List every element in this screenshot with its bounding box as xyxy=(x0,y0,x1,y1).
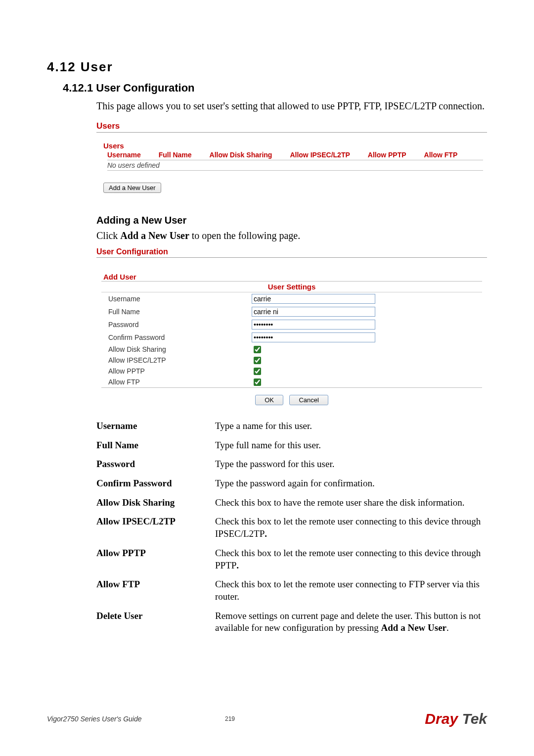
form-button-row: OK Cancel xyxy=(96,395,487,405)
section-number-title: 4.12 User xyxy=(47,59,487,75)
def-term: Allow Disk Sharing xyxy=(96,497,215,509)
subsection-title: 4.12.1 User Configuration xyxy=(63,82,487,94)
logo-part-b: Tek xyxy=(458,710,487,727)
footer-page-number: 219 xyxy=(225,715,235,722)
label-allow-disk: Allow Disk Sharing xyxy=(108,345,252,353)
text-bold: Add a New User xyxy=(120,230,189,241)
col-pptp: Allow PPTP xyxy=(368,151,406,159)
input-password[interactable] xyxy=(252,320,375,330)
label-fullname: Full Name xyxy=(108,308,252,316)
row-fullname: Full Name xyxy=(101,305,482,318)
text: to open the following page. xyxy=(189,230,300,241)
row-allow-ftp: Allow FTP xyxy=(101,377,482,387)
def-term: Username xyxy=(96,420,215,432)
def-desc: Check this box to let the remote user co… xyxy=(215,547,487,571)
def-row: Allow PPTP Check this box to let the rem… xyxy=(96,547,487,571)
def-term: Allow PPTP xyxy=(96,547,215,571)
text: Check this box to let the remote user co… xyxy=(215,548,481,570)
row-allow-disk: Allow Disk Sharing xyxy=(101,344,482,355)
def-term: Allow IPSEC/L2TP xyxy=(96,516,215,540)
input-fullname[interactable] xyxy=(252,307,375,317)
def-row: Delete User Remove settings on current p… xyxy=(96,610,487,634)
def-desc: Type a name for this user. xyxy=(215,420,487,432)
def-desc: Type the password for this user. xyxy=(215,458,487,471)
text-bold: Add a New User xyxy=(381,622,446,633)
def-desc: Remove settings on current page and dele… xyxy=(215,610,487,634)
checkbox-allow-ftp[interactable] xyxy=(254,378,261,386)
users-subtitle: Users xyxy=(103,142,487,150)
def-row: Allow IPSEC/L2TP Check this box to let t… xyxy=(96,516,487,540)
user-config-form-panel: User Configuration Add User User Setting… xyxy=(96,247,487,405)
text: Click xyxy=(96,230,120,241)
logo-part-a: Dray xyxy=(425,710,458,727)
col-ftp: Allow FTP xyxy=(424,151,458,159)
def-term: Allow FTP xyxy=(96,578,215,603)
label-username: Username xyxy=(108,295,252,303)
def-desc: Check this box to let the remote user co… xyxy=(215,516,487,540)
def-row: Full Name Type full name for this user. xyxy=(96,439,487,452)
checkbox-allow-ipsec[interactable] xyxy=(254,357,261,364)
page-footer: Vigor2750 Series User's Guide 219 Dray T… xyxy=(47,710,487,727)
add-user-label: Add User xyxy=(103,273,487,281)
draytek-logo: Dray Tek xyxy=(425,710,487,727)
def-row: Confirm Password Type the password again… xyxy=(96,477,487,490)
form-box: User Settings Username Full Name Passwor… xyxy=(101,281,482,388)
field-definitions: Username Type a name for this user. Full… xyxy=(96,420,487,634)
def-row: Allow FTP Check this box to let the remo… xyxy=(96,578,487,603)
users-panel-title: Users xyxy=(96,121,487,133)
text: . xyxy=(446,622,449,633)
checkbox-allow-disk[interactable] xyxy=(254,346,261,353)
footer-guide-title: Vigor2750 Series User's Guide xyxy=(47,715,142,723)
text: Check this box to let the remote user co… xyxy=(215,516,481,539)
users-header-row: Username Full Name Allow Disk Sharing Al… xyxy=(107,151,483,160)
adding-new-user-heading: Adding a New User xyxy=(96,215,487,226)
label-allow-ipsec: Allow IPSEC/L2TP xyxy=(108,356,252,364)
def-term: Password xyxy=(96,458,215,471)
def-term: Full Name xyxy=(96,439,215,452)
add-new-user-button[interactable]: Add a New User xyxy=(103,183,161,193)
row-username: Username xyxy=(101,292,482,305)
no-users-row: No users defined xyxy=(107,160,483,171)
def-term: Confirm Password xyxy=(96,477,215,490)
checkbox-allow-pptp[interactable] xyxy=(254,368,261,375)
row-password: Password xyxy=(101,318,482,331)
ok-button[interactable]: OK xyxy=(255,395,283,405)
user-settings-header: User Settings xyxy=(101,282,482,292)
col-disk: Allow Disk Sharing xyxy=(210,151,272,159)
input-confirm-password[interactable] xyxy=(252,332,375,342)
row-confirm-password: Confirm Password xyxy=(101,331,482,344)
label-confirm-password: Confirm Password xyxy=(108,333,252,341)
form-title: User Configuration xyxy=(96,247,487,258)
label-allow-pptp: Allow PPTP xyxy=(108,367,252,375)
col-username: Username xyxy=(107,151,141,159)
users-panel: Users Users Username Full Name Allow Dis… xyxy=(96,121,487,193)
def-desc: Check this box to let the remote user co… xyxy=(215,578,487,603)
intro-paragraph: This page allows you to set user's setti… xyxy=(96,99,487,112)
text-bold: . xyxy=(265,528,267,539)
def-term: Delete User xyxy=(96,610,215,634)
adding-instruction: Click Add a New User to open the followi… xyxy=(96,230,487,241)
def-row: Allow Disk Sharing Check this box to hav… xyxy=(96,497,487,509)
def-row: Password Type the password for this user… xyxy=(96,458,487,471)
def-desc: Type full name for this user. xyxy=(215,439,487,452)
row-allow-ipsec: Allow IPSEC/L2TP xyxy=(101,355,482,366)
label-password: Password xyxy=(108,321,252,329)
row-allow-pptp: Allow PPTP xyxy=(101,366,482,377)
def-desc: Type the password again for confirmation… xyxy=(215,477,487,490)
col-ipsec: Allow IPSEC/L2TP xyxy=(290,151,350,159)
def-desc: Check this box to have the remote user s… xyxy=(215,497,487,509)
def-row: Username Type a name for this user. xyxy=(96,420,487,432)
text-bold: . xyxy=(236,560,239,570)
cancel-button[interactable]: Cancel xyxy=(289,395,328,405)
label-allow-ftp: Allow FTP xyxy=(108,378,252,386)
col-fullname: Full Name xyxy=(159,151,192,159)
input-username[interactable] xyxy=(252,294,375,304)
users-table: Username Full Name Allow Disk Sharing Al… xyxy=(107,151,483,171)
